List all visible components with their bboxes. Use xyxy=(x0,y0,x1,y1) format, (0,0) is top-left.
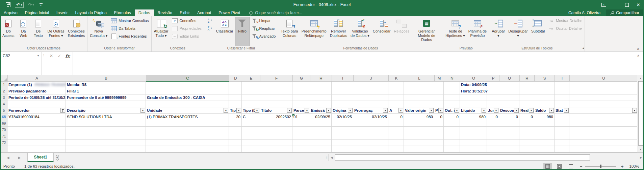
page-break-view-button[interactable] xyxy=(566,163,575,170)
filter-dropdown-icon[interactable]: ▼ xyxy=(564,108,569,113)
cell-P2[interactable] xyxy=(487,88,499,94)
cell-F72[interactable] xyxy=(260,140,292,146)
cell-B2[interactable]: Filial 1 xyxy=(66,88,146,94)
cell-Q72[interactable] xyxy=(499,140,519,146)
cell-E5[interactable]: Tipo (D/▼ xyxy=(242,107,260,114)
column-header-K[interactable]: K xyxy=(389,75,404,82)
tab-arquivo[interactable]: Arquivo xyxy=(0,9,21,16)
cell-A[interactable] xyxy=(7,146,66,152)
ribbon-button-editar-links[interactable]: ∞Editar Links xyxy=(171,33,202,40)
cell-Q5[interactable]: Descon▼ xyxy=(499,107,519,114)
cell-H69[interactable] xyxy=(310,120,332,127)
customize-qat-button[interactable]: ▾ xyxy=(38,3,44,7)
cell-L69[interactable] xyxy=(404,120,434,127)
cell-S[interactable] xyxy=(534,146,555,152)
cell-D1[interactable] xyxy=(229,82,242,88)
cell-S70[interactable] xyxy=(534,127,555,133)
cell-A70[interactable] xyxy=(7,127,66,133)
cell-C4[interactable] xyxy=(146,101,229,107)
cell-R71[interactable] xyxy=(519,133,534,140)
cell-R3[interactable] xyxy=(519,94,534,101)
cell-N68[interactable]: 0 xyxy=(444,114,460,120)
cell-G71[interactable] xyxy=(292,133,310,140)
name-box[interactable]: C82 ▼ xyxy=(0,52,42,75)
cell-C72[interactable] xyxy=(146,140,229,146)
ribbon-button-da-web[interactable]: Da Web xyxy=(16,17,31,46)
cell-C[interactable] xyxy=(146,146,229,152)
cell-F71[interactable] xyxy=(260,133,292,140)
column-header-F[interactable]: F xyxy=(260,75,293,82)
cell-M2[interactable] xyxy=(434,88,444,94)
ribbon-button-mostrar-consultas[interactable]: Mostrar Consultas xyxy=(110,17,150,24)
cell-Q3[interactable] xyxy=(499,94,519,101)
cell-S3[interactable] xyxy=(534,94,555,101)
sheet-tab-sheet1[interactable]: Sheet1 xyxy=(27,153,53,162)
cell-S68[interactable]: 980 xyxy=(534,114,555,120)
formula-bar-collapse-button[interactable]: ∧ xyxy=(635,54,641,58)
cell-N4[interactable] xyxy=(444,101,460,107)
cell-H4[interactable] xyxy=(310,101,332,107)
cell-N71[interactable] xyxy=(444,133,460,140)
cell-C69[interactable] xyxy=(146,120,229,127)
ribbon-button-da-tabela[interactable]: Da Tabela xyxy=(110,25,150,32)
cell-C1[interactable] xyxy=(146,82,229,88)
column-header-I[interactable]: I xyxy=(332,75,354,82)
cell-H71[interactable] xyxy=(310,133,332,140)
filter-dropdown-icon[interactable]: ▼ xyxy=(326,108,331,113)
page-layout-view-button[interactable] xyxy=(555,163,564,170)
cell-D3[interactable] xyxy=(229,94,242,101)
cell-U[interactable] xyxy=(569,146,638,152)
select-all-corner[interactable] xyxy=(1,75,8,82)
ribbon-button-texto-para-colunas[interactable]: ⇉Texto para Colunas xyxy=(279,17,300,46)
cell-N70[interactable] xyxy=(444,127,460,133)
cell-M5[interactable]: P(▼ xyxy=(434,107,444,114)
cell-B70[interactable] xyxy=(66,127,146,133)
cell-O[interactable] xyxy=(460,146,487,152)
cell-J70[interactable] xyxy=(353,127,388,133)
filter-dropdown-icon[interactable]: ▼ xyxy=(305,108,309,113)
tab-revisao[interactable]: Revisão xyxy=(154,9,176,16)
cell-K2[interactable] xyxy=(388,88,404,94)
cell-N[interactable] xyxy=(444,146,460,152)
cell-D4[interactable] xyxy=(229,101,242,107)
filter-dropdown-icon[interactable]: ▼ xyxy=(429,108,434,113)
cell-T69[interactable] xyxy=(555,120,569,127)
cell-P70[interactable] xyxy=(487,127,499,133)
cell-P72[interactable] xyxy=(487,140,499,146)
column-header-C[interactable]: C xyxy=(146,75,229,82)
cell-O4[interactable] xyxy=(460,101,487,107)
new-sheet-button[interactable]: + xyxy=(54,153,61,162)
cell-L2[interactable] xyxy=(404,88,434,94)
row-header-68[interactable]: 68 xyxy=(1,114,7,120)
column-header-B[interactable]: B xyxy=(66,75,146,82)
cell-N5[interactable]: Out. r▼ xyxy=(444,107,460,114)
column-header-P[interactable]: P xyxy=(487,75,499,82)
cell-M70[interactable] xyxy=(434,127,444,133)
cell-P5[interactable]: Jur▼ xyxy=(487,107,499,114)
cell-U71[interactable] xyxy=(569,133,638,140)
cell-G68[interactable]: 01 xyxy=(292,114,310,120)
cell-M69[interactable] xyxy=(434,120,444,127)
cell-G[interactable] xyxy=(292,146,310,152)
cell-F1[interactable] xyxy=(260,82,292,88)
cell-T5[interactable]: Stat▼ xyxy=(555,107,569,114)
cell-H1[interactable] xyxy=(310,82,332,88)
cell-H5[interactable]: Emissã▼ xyxy=(310,107,332,114)
column-header-U[interactable]: U xyxy=(570,75,638,82)
column-header-N[interactable]: N xyxy=(444,75,460,82)
cell-P71[interactable] xyxy=(487,133,499,140)
cell-E72[interactable] xyxy=(242,140,260,146)
cell-I4[interactable] xyxy=(332,101,353,107)
cell-H68[interactable]: 02/09/25 xyxy=(310,114,332,120)
save-button[interactable] xyxy=(5,2,11,8)
ribbon-button-consolidar[interactable]: →Consolidar xyxy=(371,17,392,46)
cell-E69[interactable] xyxy=(242,120,260,127)
cell-E1[interactable] xyxy=(242,82,260,88)
column-header-T[interactable]: T xyxy=(555,75,570,82)
cancel-entry-button[interactable]: ✕ xyxy=(48,53,55,59)
ribbon-button-preenchimento-relampago[interactable]: ϟPreenchimento Relâmpago xyxy=(300,17,328,46)
cell-B72[interactable] xyxy=(66,140,146,146)
tab-scroll-splitter[interactable]: ⁞⁞ xyxy=(325,153,328,162)
ribbon-button-remover-duplicatas[interactable]: →Remover Duplicatas xyxy=(328,17,349,46)
cell-O5[interactable]: Líquido▼ xyxy=(460,107,487,114)
